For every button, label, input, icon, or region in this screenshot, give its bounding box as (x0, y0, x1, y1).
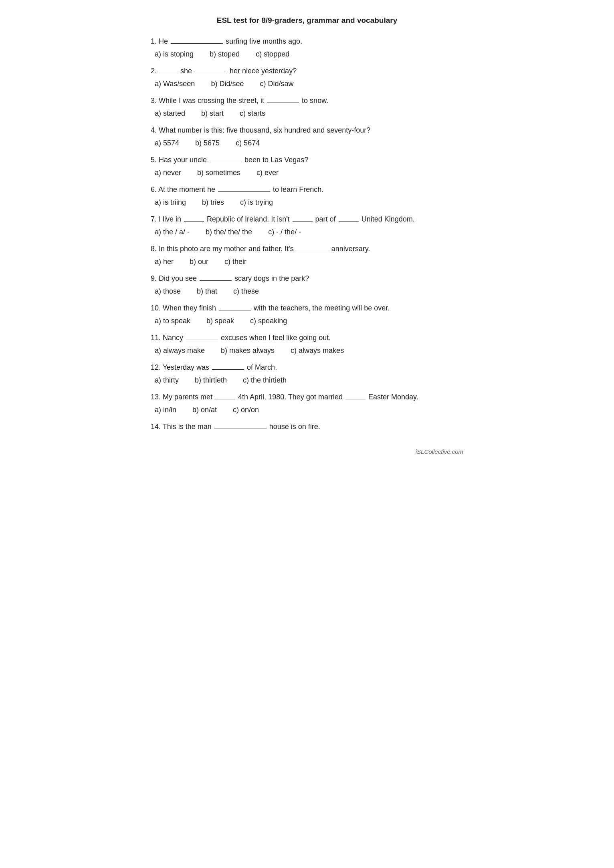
blank-9 (200, 280, 232, 281)
question-5-text: 5. Has your uncle been to Las Vegas? (151, 155, 463, 165)
options-11: a) always make b) makes always c) always… (151, 346, 463, 355)
option-12b: b) thirtieth (195, 376, 227, 385)
blank-2a (158, 73, 178, 73)
question-13: 13. My parents met 4th April, 1980. They… (151, 392, 463, 414)
blank-13a (215, 399, 235, 399)
question-12: 12. Yesterday was of March. a) thirty b)… (151, 362, 463, 385)
question-4: 4. What number is this: five thousand, s… (151, 125, 463, 147)
question-7-text: 7. I live in Republic of Ireland. It isn… (151, 214, 463, 225)
blank-6 (218, 191, 270, 192)
question-14-text: 14. This is the man house is on fire. (151, 421, 463, 432)
options-12: a) thirty b) thirtieth c) the thirtieth (151, 376, 463, 385)
question-14: 14. This is the man house is on fire. (151, 421, 463, 432)
option-6b: b) tries (202, 198, 224, 207)
option-13a: a) in/in (155, 406, 176, 414)
option-1a: a) is stoping (155, 50, 194, 58)
options-5: a) never b) sometimes c) ever (151, 169, 463, 177)
option-11a: a) always make (155, 346, 205, 355)
blank-13b (345, 399, 366, 399)
options-9: a) those b) that c) these (151, 287, 463, 296)
option-9b: b) that (197, 287, 217, 296)
question-2: 2. she her niece yesterday? a) Was/seen … (151, 66, 463, 88)
question-5: 5. Has your uncle been to Las Vegas? a) … (151, 155, 463, 177)
blank-12 (212, 369, 244, 370)
option-11b: b) makes always (221, 346, 275, 355)
options-4: a) 5574 b) 5675 c) 5674 (151, 139, 463, 147)
option-3c: c) starts (240, 109, 265, 118)
options-10: a) to speak b) speak c) speaking (151, 317, 463, 325)
question-3-text: 3. While I was crossing the street, it t… (151, 95, 463, 106)
option-5c: c) ever (257, 169, 279, 177)
option-4c: c) 5674 (236, 139, 260, 147)
blank-7a (184, 221, 204, 222)
option-12a: a) thirty (155, 376, 179, 385)
blank-7b (293, 221, 313, 222)
option-10a: a) to speak (155, 317, 190, 325)
options-7: a) the / a/ - b) the/ the/ the c) - / th… (151, 228, 463, 236)
option-5a: a) never (155, 169, 181, 177)
option-7b: b) the/ the/ the (206, 228, 252, 236)
blank-10 (219, 310, 251, 310)
option-7c: c) - / the/ - (268, 228, 301, 236)
option-3b: b) start (201, 109, 224, 118)
question-10-text: 10. When they finish with the teachers, … (151, 303, 463, 314)
option-4b: b) 5675 (195, 139, 220, 147)
option-10c: c) speaking (250, 317, 287, 325)
option-8b: b) our (190, 258, 208, 266)
question-1: 1. He surfing five months ago. a) is sto… (151, 36, 463, 58)
question-3: 3. While I was crossing the street, it t… (151, 95, 463, 118)
option-1b: b) stoped (210, 50, 240, 58)
option-9a: a) those (155, 287, 181, 296)
question-8-text: 8. In this photo are my mother and fathe… (151, 244, 463, 254)
options-3: a) started b) start c) starts (151, 109, 463, 118)
blank-1 (171, 43, 223, 44)
option-8a: a) her (155, 258, 174, 266)
options-13: a) in/in b) on/at c) on/on (151, 406, 463, 414)
option-4a: a) 5574 (155, 139, 179, 147)
question-2-text: 2. she her niece yesterday? (151, 66, 463, 77)
options-2: a) Was/seen b) Did/see c) Did/saw (151, 80, 463, 88)
blank-5 (210, 162, 242, 162)
question-6: 6. At the moment he to learn French. a) … (151, 184, 463, 207)
blank-7c (339, 221, 359, 222)
option-11c: c) always makes (291, 346, 344, 355)
options-6: a) is triing b) tries c) is trying (151, 198, 463, 207)
question-4-text: 4. What number is this: five thousand, s… (151, 125, 463, 136)
question-11-text: 11. Nancy excuses when I feel like going… (151, 332, 463, 343)
page-title: ESL test for 8/9-graders, grammar and vo… (151, 16, 463, 25)
questions-container: 1. He surfing five months ago. a) is sto… (151, 36, 463, 432)
question-7: 7. I live in Republic of Ireland. It isn… (151, 214, 463, 236)
option-10b: b) speak (206, 317, 234, 325)
option-12c: c) the thirtieth (243, 376, 287, 385)
blank-11 (186, 340, 218, 340)
blank-3 (267, 103, 299, 103)
option-2c: c) Did/saw (260, 80, 293, 88)
options-8: a) her b) our c) their (151, 258, 463, 266)
option-13b: b) on/at (192, 406, 217, 414)
blank-8 (297, 251, 329, 251)
option-2b: b) Did/see (211, 80, 244, 88)
option-9c: c) these (233, 287, 259, 296)
question-11: 11. Nancy excuses when I feel like going… (151, 332, 463, 355)
question-1-text: 1. He surfing five months ago. (151, 36, 463, 47)
question-6-text: 6. At the moment he to learn French. (151, 184, 463, 195)
blank-14 (214, 429, 267, 429)
blank-2b (195, 73, 227, 73)
option-7a: a) the / a/ - (155, 228, 190, 236)
option-1c: c) stopped (256, 50, 289, 58)
option-6a: a) is triing (155, 198, 186, 207)
question-12-text: 12. Yesterday was of March. (151, 362, 463, 373)
options-1: a) is stoping b) stoped c) stopped (151, 50, 463, 58)
question-9-text: 9. Did you see scary dogs in the park? (151, 273, 463, 284)
option-3a: a) started (155, 109, 185, 118)
option-8c: c) their (224, 258, 246, 266)
option-5b: b) sometimes (197, 169, 240, 177)
option-2a: a) Was/seen (155, 80, 195, 88)
question-9: 9. Did you see scary dogs in the park? a… (151, 273, 463, 296)
question-8: 8. In this photo are my mother and fathe… (151, 244, 463, 266)
option-13c: c) on/on (233, 406, 259, 414)
option-6c: c) is trying (240, 198, 273, 207)
question-13-text: 13. My parents met 4th April, 1980. They… (151, 392, 463, 403)
question-10: 10. When they finish with the teachers, … (151, 303, 463, 325)
watermark: iSLCollective.com (151, 448, 463, 455)
